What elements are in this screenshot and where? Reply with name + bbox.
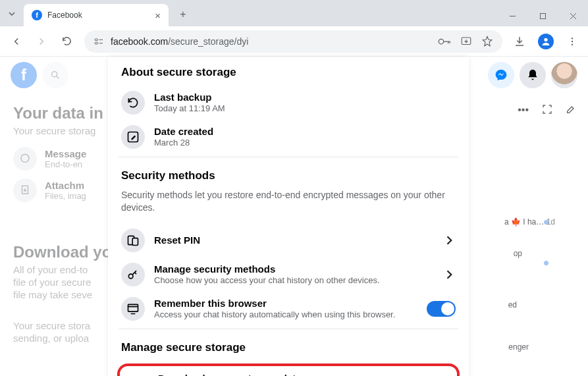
refresh-icon: [121, 91, 145, 115]
svg-point-5: [439, 39, 444, 44]
messenger-button[interactable]: [488, 62, 514, 88]
edit-icon: [121, 125, 145, 149]
key-icon: [121, 263, 145, 286]
svg-rect-0: [540, 13, 545, 18]
date-created-row: Date createdMarch 28: [108, 120, 469, 154]
svg-point-9: [572, 40, 573, 41]
remember-browser-toggle[interactable]: [427, 301, 456, 317]
chevron-right-icon: [442, 234, 456, 247]
download-secure-storage-row[interactable]: Download secure storage dataDownload all…: [120, 369, 457, 376]
svg-point-11: [52, 72, 57, 77]
close-tab-icon[interactable]: ×: [155, 10, 161, 21]
tab-title: Facebook: [47, 11, 149, 20]
install-app-icon[interactable]: [460, 36, 472, 47]
chat-preview[interactable]: op: [514, 249, 522, 258]
about-section-title: About secure storage: [108, 57, 469, 86]
svg-point-8: [572, 38, 573, 39]
chevron-right-icon: [442, 268, 456, 281]
notifications-button[interactable]: [520, 62, 546, 88]
security-methods-desc: Security methods let you restore end-to-…: [108, 189, 469, 223]
remember-browser-row: Remember this browserAccess your chat hi…: [108, 292, 469, 326]
browser-tab[interactable]: f Facebook ×: [24, 4, 169, 26]
account-avatar[interactable]: [551, 62, 577, 88]
svg-rect-16: [132, 238, 138, 245]
svg-point-17: [128, 274, 133, 279]
compose-icon[interactable]: [566, 104, 576, 115]
reset-pin-row[interactable]: Reset PIN: [108, 223, 469, 257]
facebook-logo-icon[interactable]: f: [11, 62, 37, 88]
svg-rect-18: [128, 304, 138, 311]
attachments-icon: [13, 178, 37, 202]
bookmark-star-icon[interactable]: [481, 36, 493, 47]
download-highlight: Download secure storage dataDownload all…: [117, 363, 460, 376]
devices-icon: [121, 228, 145, 252]
fullscreen-icon[interactable]: [542, 104, 552, 115]
new-tab-button[interactable]: +: [174, 5, 192, 24]
browser-toolbar: facebook.com/secure_storage/dyi: [0, 26, 588, 57]
address-bar[interactable]: facebook.com/secure_storage/dyi: [84, 30, 502, 53]
messages-icon: [13, 147, 37, 171]
reload-button[interactable]: [55, 30, 78, 53]
downloads-button[interactable]: [509, 31, 530, 52]
browser-tab-strip: f Facebook × +: [0, 0, 588, 26]
bg-text: ed: [508, 300, 517, 309]
maximize-button[interactable]: [527, 5, 558, 26]
site-settings-icon[interactable]: [94, 36, 104, 47]
bg-text: enger: [508, 342, 529, 352]
profile-button[interactable]: [535, 31, 556, 52]
back-button[interactable]: [5, 30, 28, 53]
svg-point-7: [544, 38, 547, 41]
page-actions: •••: [518, 104, 576, 116]
last-backup-row: Last backupToday at 11:19 AM: [108, 86, 469, 120]
svg-rect-1: [95, 39, 98, 41]
more-icon[interactable]: •••: [518, 104, 529, 116]
minimize-button[interactable]: [497, 5, 527, 26]
svg-rect-2: [95, 42, 98, 44]
manage-security-methods-row[interactable]: Manage security methodsChoose how you ac…: [108, 257, 469, 292]
url-text: facebook.com/secure_storage/dyi: [111, 36, 248, 47]
key-icon[interactable]: [438, 37, 451, 46]
svg-point-12: [21, 154, 29, 162]
forward-button[interactable]: [30, 30, 53, 53]
security-methods-title: Security methods: [108, 160, 469, 189]
facebook-favicon-icon: f: [32, 10, 42, 20]
monitor-icon: [121, 297, 145, 321]
secure-storage-panel: About secure storage Last backupToday at…: [108, 57, 469, 376]
chrome-menu-button[interactable]: [562, 31, 583, 52]
close-window-button[interactable]: [558, 5, 588, 26]
manage-storage-title: Manage secure storage: [108, 332, 469, 361]
svg-point-10: [572, 43, 573, 45]
tab-search-dropdown[interactable]: [0, 4, 24, 24]
window-controls: [497, 5, 588, 26]
facebook-search-button[interactable]: [42, 62, 68, 88]
chat-preview[interactable]: a 🍁 I ha… 1d: [504, 217, 555, 227]
